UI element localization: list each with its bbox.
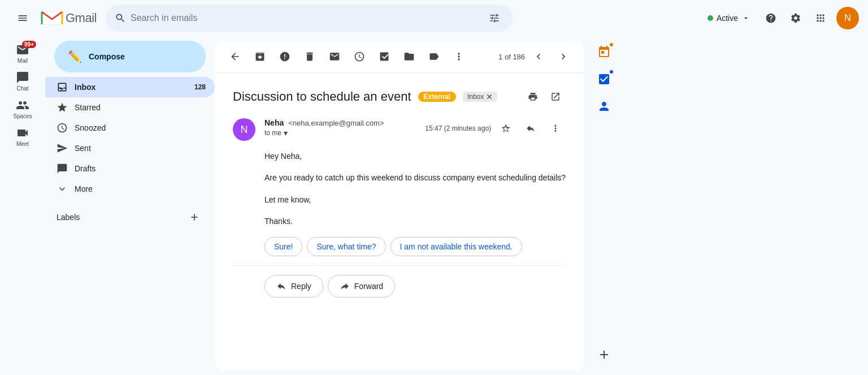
body-line2: Let me know, [264,193,566,206]
nav-item-inbox[interactable]: Inbox 128 [45,77,215,97]
report-spam-button[interactable] [274,45,296,68]
spaces-icon [16,98,29,112]
more-chevron-icon [57,183,68,195]
add-label-button[interactable] [185,208,203,226]
message-header: N Neha <neha.example@gmail.com> to me ▾ … [233,118,566,141]
sidebar-item-mail[interactable]: 99+ Mail [5,41,41,66]
status-button[interactable]: Active [701,10,757,26]
compose-button[interactable]: ✏️ Compose [54,41,206,72]
open-in-new-button[interactable] [545,87,566,107]
right-panel-contacts[interactable] [593,95,615,118]
gmail-logo: Gmail [41,10,97,27]
print-button[interactable] [523,87,543,107]
nav-item-starred[interactable]: Starred [45,97,215,118]
next-email-button[interactable] [552,45,575,68]
chevron-left-icon [533,51,544,62]
add-panel-icon [597,348,611,361]
profile-avatar-button[interactable]: N [836,7,859,29]
calendar-badge [609,42,614,48]
starred-label: Starred [75,103,206,112]
delete-button[interactable] [298,45,321,68]
more-label: More [75,184,206,193]
body-line3: Thanks. [264,215,566,227]
hamburger-menu-button[interactable] [9,5,36,32]
forward-button[interactable]: Forward [328,275,395,298]
apps-button[interactable] [809,7,832,29]
search-bar[interactable] [106,5,513,32]
nav-item-drafts[interactable]: Drafts [45,158,215,179]
settings-button[interactable] [784,7,807,29]
back-button[interactable] [224,45,246,68]
search-input[interactable] [131,13,481,23]
apps-icon [815,12,826,24]
prev-email-button[interactable] [527,45,550,68]
subject-actions [523,87,566,107]
sidebar-item-spaces[interactable]: Spaces [5,96,41,122]
mark-unread-button[interactable] [323,45,346,68]
reply-message-button[interactable] [520,118,541,139]
right-panel [588,36,620,375]
external-tag: External [418,92,456,102]
more-message-button[interactable] [545,118,566,139]
smart-reply-1[interactable]: Sure! [264,237,302,256]
star-message-button[interactable] [496,118,516,139]
avatar-letter: N [241,124,248,136]
sidebar-item-chat[interactable]: Chat [5,68,41,94]
move-to-button[interactable] [398,45,420,68]
print-icon [528,92,538,102]
star-outline-icon [501,123,511,133]
add-task-button[interactable] [373,45,396,68]
chat-icon [16,71,29,84]
pagination-info: 1 of 186 [498,53,525,61]
drafts-label: Drafts [75,164,206,173]
smart-reply-2[interactable]: Sure, what time? [307,237,385,256]
reply-button[interactable]: Reply [264,275,323,298]
right-panel-add[interactable] [593,343,615,366]
to-me-chevron[interactable]: ▾ [284,128,288,137]
search-options-icon [489,12,500,24]
inbox-tag-close[interactable]: ✕ [486,93,493,101]
spaces-label: Spaces [13,113,32,119]
nav-item-sent[interactable]: Sent [45,138,215,158]
sender-row: Neha <neha.example@gmail.com> [264,118,416,127]
reply-btn-icon [276,281,287,291]
labels-section: Labels [45,204,215,231]
contacts-icon [597,100,611,113]
snooze-button[interactable] [348,45,371,68]
right-panel-calendar[interactable] [593,41,615,63]
body-greeting: Hey Neha, [264,150,566,162]
sidebar-item-meet[interactable]: Meet [5,124,41,149]
to-me-row: to me ▾ [264,128,416,137]
star-icon [57,102,68,113]
nav-panel: ✏️ Compose Inbox 128 Starred Snoozed [45,36,215,375]
labels-button[interactable] [423,45,445,68]
add-task-icon [379,51,390,62]
snoozed-icon [57,122,68,133]
label-icon [428,51,440,62]
inbox-count: 128 [194,83,206,91]
status-label: Active [717,14,738,23]
smart-reply-3[interactable]: I am not available this weekend. [390,237,522,256]
reply-forward-section: Reply Forward [233,265,566,307]
meet-icon [16,126,29,140]
tasks-badge [609,69,614,75]
nav-item-snoozed[interactable]: Snoozed [45,118,215,138]
search-options-button[interactable] [485,9,504,27]
right-panel-tasks[interactable] [593,68,615,90]
help-button[interactable] [760,7,782,29]
snoozed-label: Snoozed [75,123,206,132]
email-view: 1 of 186 Discussion to schedule an event… [215,41,584,370]
help-icon [765,12,776,24]
more-vert-icon [453,51,465,62]
nav-item-more[interactable]: More [45,179,215,199]
archive-icon [254,51,266,62]
back-icon [229,51,241,62]
more-actions-button[interactable] [448,45,470,68]
sidebar: 99+ Mail Chat Spaces Meet [0,36,45,375]
delete-icon [304,51,315,62]
snooze-icon [354,51,365,62]
archive-button[interactable] [249,45,271,68]
message-header-actions: 15:47 (2 minutes ago) [425,118,566,139]
profile-initial: N [844,13,851,23]
inbox-tag: Inbox ✕ [463,92,497,102]
